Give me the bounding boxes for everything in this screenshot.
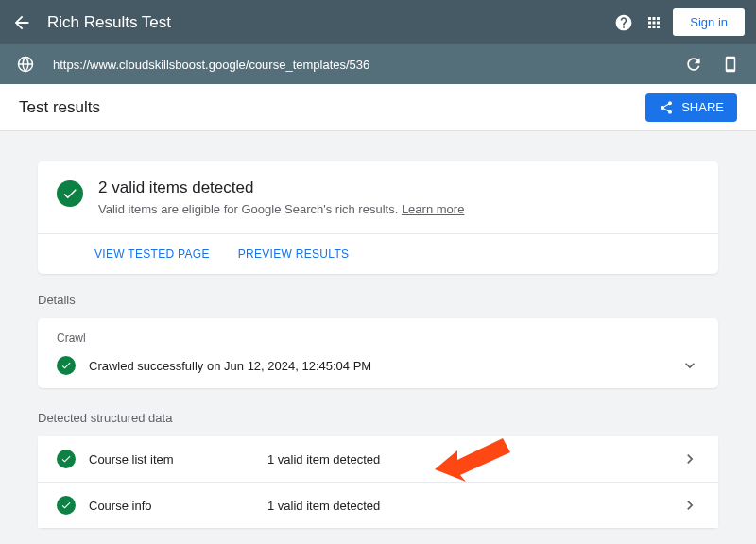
share-icon	[659, 100, 674, 115]
learn-more-link[interactable]: Learn more	[402, 202, 464, 216]
details-section-label: Details	[38, 293, 718, 307]
globe-icon	[17, 56, 34, 73]
chevron-down-icon[interactable]	[680, 356, 699, 375]
header-actions: Sign in	[612, 8, 745, 36]
view-tested-page-link[interactable]: VIEW TESTED PAGE	[94, 247, 210, 261]
detected-section-label: Detected structured data	[38, 411, 718, 425]
structured-data-row[interactable]: Course info 1 valid item detected	[38, 483, 718, 528]
main-content: 2 valid items detected Valid items are e…	[0, 131, 756, 544]
crawl-status-text: Crawled successfully on Jun 12, 2024, 12…	[89, 359, 667, 373]
check-circle-icon	[57, 356, 76, 375]
results-header: Test results SHARE	[0, 84, 756, 131]
check-circle-icon	[57, 180, 83, 207]
data-item-status: 1 valid item detected	[267, 452, 667, 467]
help-icon[interactable]	[612, 11, 635, 34]
page-title: Test results	[19, 98, 100, 117]
summary-top: 2 valid items detected Valid items are e…	[38, 162, 718, 234]
app-title: Rich Results Test	[47, 13, 597, 32]
signin-button[interactable]: Sign in	[673, 8, 745, 36]
check-circle-icon	[57, 496, 76, 515]
preview-results-link[interactable]: PREVIEW RESULTS	[238, 247, 350, 261]
chevron-right-icon	[680, 496, 699, 515]
smartphone-icon[interactable]	[722, 56, 739, 73]
data-item-name: Course info	[89, 499, 254, 513]
url-bar: https://www.cloudskillsboost.google/cour…	[0, 44, 756, 84]
summary-actions: VIEW TESTED PAGE PREVIEW RESULTS	[38, 234, 718, 274]
summary-card: 2 valid items detected Valid items are e…	[38, 162, 718, 274]
check-circle-icon	[57, 450, 76, 468]
structured-data-card: Course list item 1 valid item detected C…	[38, 436, 718, 528]
summary-title: 2 valid items detected	[98, 178, 464, 197]
chevron-right-icon	[680, 450, 699, 468]
refresh-icon[interactable]	[684, 55, 703, 74]
data-item-status: 1 valid item detected	[267, 499, 667, 513]
structured-data-row[interactable]: Course list item 1 valid item detected	[38, 436, 718, 483]
app-header: Rich Results Test Sign in	[0, 0, 756, 44]
share-button[interactable]: SHARE	[645, 94, 737, 122]
share-label: SHARE	[681, 100, 724, 114]
crawl-row[interactable]: Crawled successfully on Jun 12, 2024, 12…	[57, 356, 699, 375]
crawl-card: Crawl Crawled successfully on Jun 12, 20…	[38, 318, 718, 388]
apps-grid-icon[interactable]	[643, 11, 665, 34]
crawl-label: Crawl	[57, 332, 699, 345]
summary-subtitle: Valid items are eligible for Google Sear…	[98, 202, 464, 216]
tested-url: https://www.cloudskillsboost.google/cour…	[53, 58, 665, 72]
back-arrow-icon[interactable]	[11, 12, 32, 33]
data-item-name: Course list item	[89, 452, 254, 467]
